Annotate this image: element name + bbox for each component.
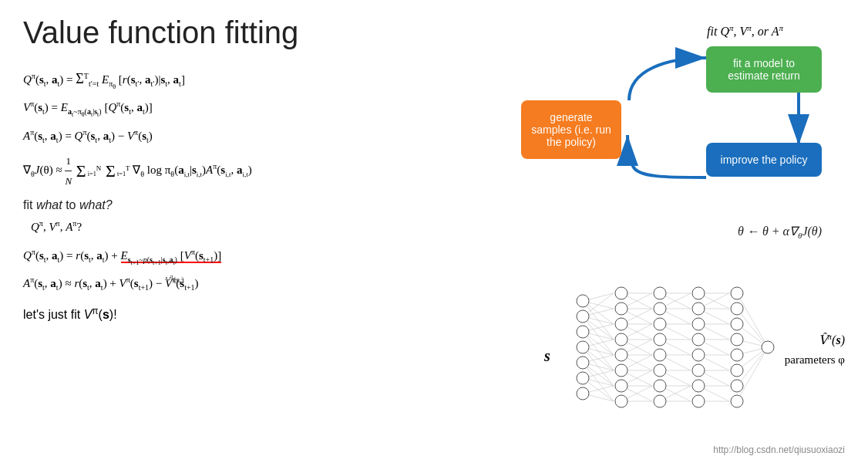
svg-point-102 — [615, 333, 627, 346]
svg-point-103 — [615, 349, 627, 361]
gradient-formula: ∇θJ(θ) ≈ 1 N Σi=1N Σt=1T ∇θ log πθ(ai,t|… — [23, 152, 470, 191]
svg-point-98 — [577, 387, 589, 400]
svg-point-127 — [731, 349, 743, 361]
svg-point-123 — [731, 287, 743, 299]
svg-point-106 — [615, 395, 627, 407]
svg-point-113 — [654, 380, 666, 392]
svg-point-97 — [577, 372, 589, 384]
a-approx: Aπ(st, at) ≈ r(st, at) + Vπ(st+1) − Vπ(s… — [23, 273, 470, 295]
svg-point-124 — [731, 302, 743, 315]
lets-fit: let's just fit Vπ(s)! — [23, 306, 470, 322]
svg-point-116 — [692, 302, 705, 315]
nn-diagram: s .nn-node { fill: white; stroke: #555; … — [544, 286, 845, 440]
svg-point-92 — [577, 295, 589, 307]
svg-point-93 — [577, 310, 589, 323]
nn-label-params: parameters φ — [785, 353, 845, 367]
a-formula: Aπ(st, at) = Qπ(st, at) − Vπ(st) — [23, 126, 470, 147]
nn-label-s: s — [544, 347, 550, 365]
svg-point-119 — [692, 349, 705, 361]
v-formula: Vπ(st) = Eat~πθ(at|st) [Qπ(st, at)] — [23, 97, 470, 120]
svg-point-105 — [615, 380, 627, 392]
svg-point-125 — [731, 318, 743, 330]
nn-svg: .nn-node { fill: white; stroke: #555; st… — [560, 286, 806, 424]
svg-point-129 — [731, 380, 743, 392]
q-formula: Qπ(st, at) = ΣTt′=t Eπθ [r(st′, at′)|st,… — [23, 66, 470, 93]
svg-point-100 — [615, 302, 627, 315]
update-formula: θ ← θ + α∇θJ(θ) — [738, 224, 822, 240]
source-link: http://blog.csdn.net/qiusuoxiaozi — [713, 444, 845, 455]
svg-point-101 — [615, 318, 627, 330]
svg-point-117 — [692, 318, 705, 330]
svg-point-96 — [577, 357, 589, 369]
fit-label: fit Qπ, Vπ, or Aπ — [707, 23, 783, 39]
nn-label-vhat: V̂π(s) — [819, 332, 845, 347]
svg-point-131 — [762, 341, 774, 353]
svg-point-107 — [654, 287, 666, 299]
svg-point-115 — [692, 287, 705, 299]
svg-point-114 — [654, 395, 666, 407]
fit-options: Qπ, Vπ, Aπ? — [31, 217, 470, 238]
right-diagram: fit Qπ, Vπ, or Aπ fit a model to estimat… — [513, 15, 845, 247]
svg-point-121 — [692, 380, 705, 392]
page: Value function fitting Qπ(st, at) = ΣTt′… — [0, 0, 868, 463]
q-bellman: Qπ(st, at) = r(st, at) + Est+1~p(st+1|st… — [23, 245, 470, 269]
svg-point-112 — [654, 364, 666, 377]
section-fit-what: fit what to what? — [23, 198, 470, 212]
svg-point-130 — [731, 395, 743, 407]
svg-point-99 — [615, 287, 627, 299]
blue-box: improve the policy — [706, 143, 822, 177]
svg-point-94 — [577, 326, 589, 338]
svg-point-104 — [615, 364, 627, 377]
svg-point-118 — [692, 333, 705, 346]
svg-point-109 — [654, 318, 666, 330]
svg-point-122 — [692, 395, 705, 407]
svg-point-111 — [654, 349, 666, 361]
orange-box: generate samples (i.e. run the policy) — [521, 100, 621, 159]
svg-point-128 — [731, 364, 743, 377]
svg-point-126 — [731, 333, 743, 346]
svg-point-95 — [577, 341, 589, 353]
green-box: fit a model to estimate return — [706, 46, 822, 93]
svg-point-110 — [654, 333, 666, 346]
svg-point-120 — [692, 364, 705, 377]
svg-point-108 — [654, 302, 666, 315]
left-content: Qπ(st, at) = ΣTt′=t Eπθ [r(st′, at′)|st,… — [23, 62, 470, 322]
